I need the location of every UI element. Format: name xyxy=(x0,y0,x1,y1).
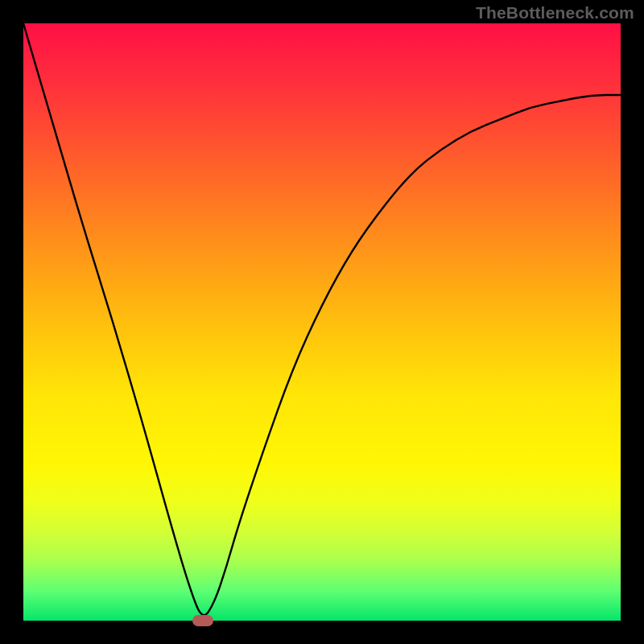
optimal-marker xyxy=(192,615,213,626)
chart-frame: TheBottleneck.com xyxy=(0,0,644,644)
bottleneck-curve xyxy=(23,23,621,615)
plot-area xyxy=(23,23,621,621)
attribution-text: TheBottleneck.com xyxy=(476,3,634,23)
curve-svg xyxy=(23,23,621,621)
